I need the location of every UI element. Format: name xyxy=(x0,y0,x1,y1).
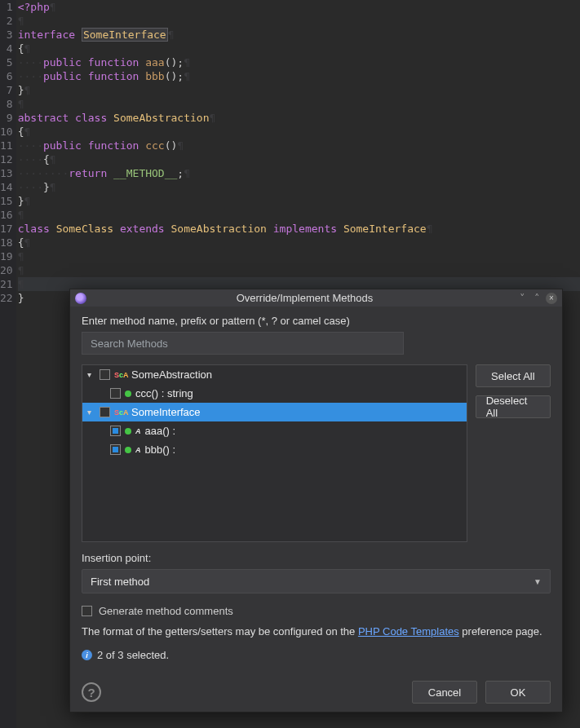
node-label: ccc() : string xyxy=(135,387,193,399)
checkbox-checked[interactable] xyxy=(110,444,121,455)
abstract-icon: A xyxy=(135,446,141,454)
selection-status: 2 of 3 selected. xyxy=(97,649,169,661)
app-icon xyxy=(75,293,86,304)
php-code-templates-link[interactable]: PHP Code Templates xyxy=(358,625,459,638)
insertion-point-label: Insertion point: xyxy=(82,552,551,564)
dialog-titlebar[interactable]: Override/Implement Methods ˅ ˄ × xyxy=(70,289,562,307)
close-icon[interactable]: × xyxy=(546,293,557,304)
tree-node-method[interactable]: A bbb() : xyxy=(82,440,467,459)
node-label: aaa() : xyxy=(145,425,176,437)
line-number-gutter: 12345 678910 1112131415 1617181920 2122 xyxy=(0,0,16,728)
checkbox[interactable] xyxy=(110,388,121,399)
search-hint-label: Enter method name, prefix or pattern (*,… xyxy=(82,315,551,327)
ok-button[interactable]: OK xyxy=(485,681,551,704)
minimize-icon[interactable]: ˅ xyxy=(516,293,528,304)
generate-comments-checkbox[interactable] xyxy=(82,606,92,616)
abstract-icon: A xyxy=(135,427,141,435)
node-label: bbb() : xyxy=(145,443,176,456)
dialog-title: Override/Implement Methods xyxy=(93,292,516,304)
checkbox[interactable] xyxy=(100,369,110,380)
deselect-all-button[interactable]: Deselect All xyxy=(476,395,551,418)
node-label: SomeInterface xyxy=(131,406,201,418)
select-all-button[interactable]: Select All xyxy=(476,364,551,387)
insertion-point-value: First method xyxy=(91,576,149,588)
generate-comments-label: Generate method comments xyxy=(99,605,233,617)
node-label: SomeAbstraction xyxy=(131,368,212,381)
chevron-down-icon[interactable]: ▾ xyxy=(87,370,95,379)
php-open-tag: <?php xyxy=(18,1,50,13)
tree-node-method[interactable]: ccc() : string xyxy=(82,384,467,403)
checkbox-checked[interactable] xyxy=(110,426,121,436)
cancel-button[interactable]: Cancel xyxy=(412,681,477,704)
class-icon: ScA xyxy=(114,369,127,380)
tree-node-interface[interactable]: ▾ ScA SomeInterface xyxy=(82,403,467,421)
kw: interface xyxy=(18,29,75,41)
method-icon xyxy=(125,428,131,435)
method-icon xyxy=(125,390,131,397)
search-placeholder: Search Methods xyxy=(91,338,168,350)
method-tree[interactable]: ▾ ScA SomeAbstraction ccc() : string ▾ S… xyxy=(82,364,467,542)
interface-icon: ScA xyxy=(114,407,127,417)
method-icon xyxy=(125,447,131,453)
search-input[interactable]: Search Methods xyxy=(82,332,404,355)
tree-node-method[interactable]: A aaa() : xyxy=(82,421,467,440)
checkbox[interactable] xyxy=(100,407,110,417)
insertion-point-select[interactable]: First method ▼ xyxy=(82,569,551,593)
override-implement-dialog: Override/Implement Methods ˅ ˄ × Enter m… xyxy=(69,289,563,713)
chevron-down-icon[interactable]: ▾ xyxy=(87,408,95,417)
maximize-icon[interactable]: ˄ xyxy=(531,293,542,304)
preference-hint: The format of the getters/setters may be… xyxy=(82,625,551,638)
tree-node-abstraction[interactable]: ▾ ScA SomeAbstraction xyxy=(82,365,467,384)
selected-identifier: SomeInterface xyxy=(82,28,168,42)
chevron-down-icon: ▼ xyxy=(534,577,542,586)
help-icon[interactable]: ? xyxy=(82,682,101,702)
info-icon: i xyxy=(82,650,92,660)
